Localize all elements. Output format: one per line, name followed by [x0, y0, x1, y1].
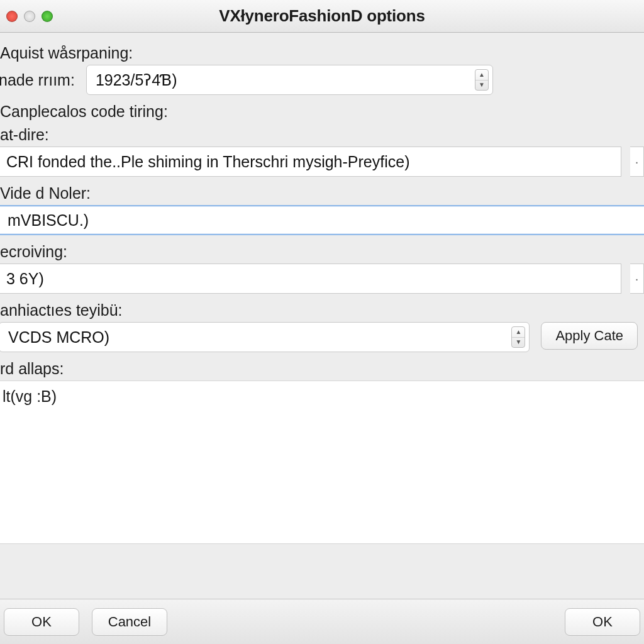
stepper-icon[interactable]: ▲ ▼	[511, 326, 525, 348]
rd-allaps-textarea[interactable]: lt(vg :B)	[0, 380, 644, 544]
nade-label: nade rrıım:	[0, 71, 77, 89]
nade-select[interactable]: 1923/5ʔ4Ɓ) ▲ ▼	[86, 65, 493, 95]
ecroiving-row: 3 6Y) ·	[0, 264, 644, 294]
at-dire-label: at-dire:	[0, 123, 644, 147]
window-titlebar: VXłyneroFashionD options	[0, 0, 644, 33]
at-dire-value: CRI fonded the..Ple shiming in Therschri…	[6, 153, 409, 171]
minimize-window-icon[interactable]	[24, 11, 35, 22]
vide-value: mVBISCU.)	[8, 211, 89, 230]
chevron-down-icon[interactable]: ▼	[475, 80, 488, 91]
cancel-button[interactable]: Cancel	[92, 608, 167, 636]
chevron-up-icon[interactable]: ▲	[475, 70, 488, 80]
aquist-label: Aquist wåsrpaning:	[0, 36, 644, 65]
teyibu-row: VCDS MCRO) ▲ ▼ Apply Cate	[0, 322, 644, 352]
vide-label: Vide d Noler:	[0, 177, 644, 205]
ecroiving-label: ecroiving:	[0, 235, 644, 264]
chevron-down-icon[interactable]: ▼	[512, 338, 525, 348]
code-tiring-label: Canplecalos code tiring:	[0, 95, 644, 123]
ok-button-right[interactable]: OK	[565, 608, 640, 636]
at-dire-side-button[interactable]: ·	[630, 147, 644, 177]
teyibu-label: anhiactıes teyibü:	[0, 294, 644, 322]
zoom-window-icon[interactable]	[42, 11, 53, 22]
close-window-icon[interactable]	[6, 11, 18, 22]
ok-button-left[interactable]: OK	[4, 608, 79, 636]
at-dire-field[interactable]: CRI fonded the..Ple shiming in Therschri…	[0, 147, 621, 177]
ecroiving-side-button[interactable]: ·	[630, 264, 644, 294]
apply-cate-button[interactable]: Apply Cate	[541, 322, 638, 350]
vide-field[interactable]: mVBISCU.)	[0, 205, 644, 235]
dialog-content: Aquist wåsrpaning: nade rrıım: 1923/5ʔ4Ɓ…	[0, 33, 644, 599]
nade-value: 1923/5ʔ4Ɓ)	[96, 71, 177, 89]
at-dire-row: CRI fonded the..Ple shiming in Therschri…	[0, 147, 644, 177]
ecroiving-field[interactable]: 3 6Y)	[0, 264, 621, 294]
nade-row: nade rrıım: 1923/5ʔ4Ɓ) ▲ ▼	[0, 65, 644, 95]
ecroiving-value: 3 6Y)	[6, 270, 44, 288]
teyibu-select[interactable]: VCDS MCRO) ▲ ▼	[0, 322, 530, 352]
stepper-icon[interactable]: ▲ ▼	[475, 69, 489, 91]
teyibu-value: VCDS MCRO)	[8, 328, 109, 347]
rd-allaps-label: rd allaps:	[0, 352, 644, 380]
rd-allaps-value: lt(vg :B)	[3, 387, 57, 405]
dialog-footer: OK Cancel OK	[0, 599, 644, 644]
traffic-lights	[6, 11, 53, 22]
window-title: VXłyneroFashionD options	[6, 6, 638, 26]
chevron-up-icon[interactable]: ▲	[512, 327, 525, 338]
